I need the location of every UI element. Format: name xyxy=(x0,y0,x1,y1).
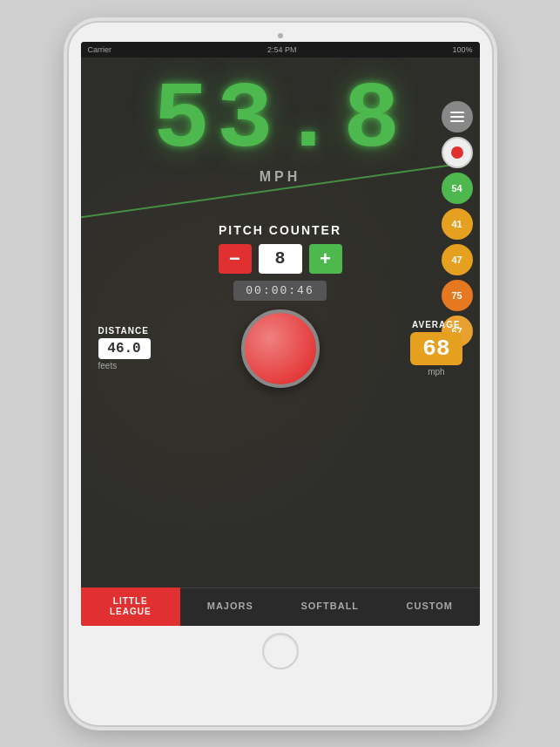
tab-custom[interactable]: CUSTOM xyxy=(380,587,480,626)
distance-label: DISTANCE xyxy=(98,326,149,336)
timer-display: 00:00:46 xyxy=(233,281,326,301)
history-btn-54[interactable]: 54 xyxy=(442,173,473,204)
screen: Carrier 2:54 PM 100% 53.8 MPH xyxy=(81,42,480,626)
menu-icon xyxy=(450,112,464,122)
distance-block: DISTANCE 46.0 feets xyxy=(98,326,151,370)
record-button[interactable] xyxy=(442,137,473,168)
screen-content: 53.8 MPH xyxy=(81,58,480,626)
record-icon xyxy=(451,146,463,159)
camera xyxy=(278,33,283,38)
bottom-section: DISTANCE 46.0 feets AVERAGE 68 mph xyxy=(81,309,480,388)
pitch-counter-controls: − 8 + xyxy=(219,244,342,274)
tab-majors[interactable]: MAJORS xyxy=(180,587,280,626)
pitch-count-display: 8 xyxy=(259,244,302,274)
distance-value: 46.0 xyxy=(98,338,151,359)
average-value: 68 xyxy=(410,332,462,365)
tab-softball[interactable]: SOFTBALL xyxy=(280,587,381,626)
tab-bar: LITTLE LEAGUE MAJORS SOFTBALL CUSTOM xyxy=(81,587,480,626)
pitch-counter-section: PITCH COUNTER − 8 + 00:00:46 xyxy=(81,223,480,301)
speed-value: 53.8 xyxy=(81,73,480,167)
pitch-counter-label: PITCH COUNTER xyxy=(219,223,341,237)
time-label: 2:54 PM xyxy=(267,45,297,54)
tab-little-league[interactable]: LITTLE LEAGUE xyxy=(81,587,181,626)
tablet-device: Carrier 2:54 PM 100% 53.8 MPH xyxy=(67,21,494,727)
distance-unit: feets xyxy=(98,361,118,370)
battery-label: 100% xyxy=(452,45,472,54)
decrement-button[interactable]: − xyxy=(219,244,252,274)
increment-button[interactable]: + xyxy=(309,244,342,274)
menu-button[interactable] xyxy=(442,101,473,132)
average-unit: mph xyxy=(428,367,444,377)
big-record-button[interactable] xyxy=(241,309,320,388)
average-label: AVERAGE xyxy=(412,320,461,329)
average-block: AVERAGE 68 mph xyxy=(410,320,462,377)
status-bar: Carrier 2:54 PM 100% xyxy=(81,42,480,58)
home-button[interactable] xyxy=(262,633,299,669)
carrier-label: Carrier xyxy=(88,45,112,54)
speed-unit: MPH xyxy=(81,169,480,185)
